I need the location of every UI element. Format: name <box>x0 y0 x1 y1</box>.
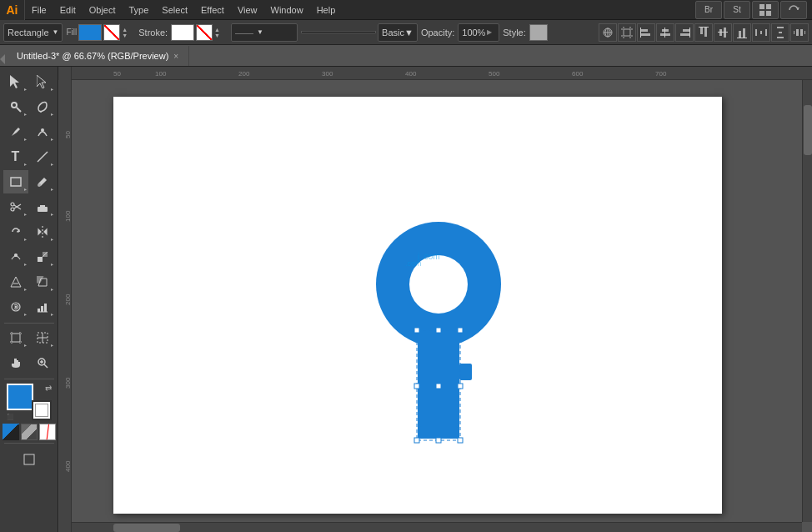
reflect-tool-button[interactable]: ▸ <box>30 220 55 243</box>
svg-marker-47 <box>37 75 46 88</box>
artboard-icon[interactable] <box>618 23 636 42</box>
stroke-line-preview <box>301 31 376 33</box>
scale-tool-button[interactable]: ▸ <box>30 245 55 269</box>
rectangle-tool-button[interactable]: ▸ <box>3 170 28 193</box>
menu-window[interactable]: Window <box>264 0 310 20</box>
distribute-spacing-icon[interactable] <box>790 23 809 42</box>
opacity-label: Opacity: <box>421 28 454 38</box>
pen-tool-button[interactable]: ▸ <box>3 120 28 143</box>
stock-button[interactable]: St <box>724 1 750 19</box>
scrollbar-thumb-v[interactable] <box>804 105 812 155</box>
svg-text:500: 500 <box>489 70 500 78</box>
sync-icon[interactable] <box>780 1 807 19</box>
fill-box[interactable] <box>7 384 33 410</box>
paintbrush-tool-button[interactable]: ▸ <box>30 170 55 193</box>
rotate-tool-button[interactable]: ▸ <box>3 220 28 243</box>
eraser-tool-button[interactable]: ▸ <box>30 195 55 218</box>
align-toolbar <box>599 23 809 42</box>
workspace-switcher-icon[interactable] <box>752 1 779 19</box>
type-tool-button[interactable]: T ▸ <box>3 145 28 168</box>
slice-tool-button[interactable]: ▸ <box>30 326 55 349</box>
menu-object[interactable]: Object <box>83 0 123 20</box>
column-graph-tool-button[interactable]: ▸ <box>30 295 55 319</box>
svg-rect-18 <box>641 33 650 36</box>
opacity-input[interactable]: 100% ▶ <box>458 23 499 42</box>
basic-style-dropdown[interactable]: Basic ▼ <box>378 23 418 42</box>
draw-normal-button[interactable] <box>17 448 42 471</box>
align-left-icon[interactable] <box>637 23 655 42</box>
svg-rect-2 <box>759 11 764 16</box>
svg-point-55 <box>38 183 41 187</box>
key-shape-container[interactable]: j .com .com <box>372 213 505 447</box>
svg-rect-1 <box>766 4 771 9</box>
fill-color-swatch[interactable] <box>78 24 102 41</box>
menu-view[interactable]: View <box>231 0 264 20</box>
svg-rect-75 <box>38 309 40 312</box>
zoom-tool-button[interactable] <box>30 351 55 374</box>
menu-type[interactable]: Type <box>123 0 156 20</box>
canvas-area[interactable]: 50 100 200 300 400 500 600 700 50 100 20… <box>58 67 812 532</box>
perspective-grid-button[interactable]: ▸ <box>3 270 28 294</box>
svg-rect-119 <box>458 328 463 333</box>
distribute-v-icon[interactable] <box>771 23 789 42</box>
svg-rect-122 <box>458 384 463 389</box>
align-right-icon[interactable] <box>675 23 694 42</box>
style-swatch[interactable] <box>529 24 548 41</box>
menu-edit[interactable]: Edit <box>53 0 83 20</box>
bridge-button[interactable]: Br <box>695 1 722 19</box>
horizontal-ruler: 50 100 200 300 400 500 600 700 <box>58 67 812 80</box>
color-mode-button[interactable] <box>3 424 19 440</box>
artboard-tool-button[interactable]: ▸ <box>3 326 28 349</box>
swap-colors-icon[interactable]: ⇄ <box>45 384 52 393</box>
scrollbar-horizontal[interactable] <box>72 522 802 532</box>
none-mode-button[interactable]: ╱ <box>39 424 56 440</box>
menu-file[interactable]: File <box>25 0 53 20</box>
scrollbar-vertical[interactable] <box>802 80 812 522</box>
shape-tool-dropdown[interactable]: Rectangle ▼ <box>3 23 63 42</box>
svg-rect-61 <box>40 205 45 208</box>
svg-point-56 <box>11 203 14 206</box>
svg-rect-24 <box>680 33 689 36</box>
fill-arrows[interactable]: ▲ ▼ <box>122 24 135 41</box>
svg-rect-3 <box>766 11 771 16</box>
hand-tool-button[interactable] <box>3 351 28 374</box>
gradient-mode-button[interactable] <box>21 424 38 440</box>
fill-none-swatch[interactable] <box>103 24 120 41</box>
align-center-h-icon[interactable] <box>656 23 674 42</box>
svg-line-58 <box>14 205 21 209</box>
lasso-tool-button[interactable]: ▸ <box>30 95 55 118</box>
align-center-v-icon[interactable] <box>714 23 732 42</box>
align-top-icon[interactable] <box>694 23 713 42</box>
svg-rect-95 <box>24 454 34 464</box>
menu-effect[interactable]: Effect <box>194 0 231 20</box>
direct-selection-tool-button[interactable]: ▸ <box>30 70 55 93</box>
tab-close-button[interactable]: × <box>173 52 178 61</box>
stroke-none-swatch[interactable] <box>196 24 213 41</box>
align-bottom-icon[interactable] <box>733 23 751 42</box>
canvas-viewport[interactable]: j .com .com <box>72 80 812 532</box>
default-colors-icon[interactable]: ⬛ <box>7 414 14 420</box>
vertical-ruler: 50 100 200 300 400 <box>58 67 72 532</box>
svg-rect-40 <box>777 37 784 38</box>
curvature-tool-button[interactable]: ▸ <box>30 120 55 143</box>
svg-rect-124 <box>436 438 441 443</box>
scissors-tool-button[interactable]: ▸ <box>3 195 28 218</box>
stroke-width-dropdown[interactable]: —— ▼ <box>231 23 298 42</box>
magic-wand-tool-button[interactable]: ▸ <box>3 95 28 118</box>
stroke-color-swatch[interactable] <box>171 24 194 41</box>
stroke-box[interactable] <box>32 400 52 420</box>
symbol-tool-button[interactable]: ▸ <box>3 295 28 319</box>
document-tab[interactable]: Untitled-3* @ 66.67% (RGB/Preview) × <box>7 46 189 66</box>
line-tool-button[interactable]: ▸ <box>30 145 55 168</box>
distribute-h-icon[interactable] <box>752 23 770 42</box>
perspective-selection-button[interactable]: ▸ <box>30 270 55 294</box>
global-icon[interactable] <box>599 23 617 42</box>
menu-select[interactable]: Select <box>155 0 194 20</box>
menu-help[interactable]: Help <box>310 0 343 20</box>
selection-tool-button[interactable]: ▸ <box>3 70 28 93</box>
svg-text:700: 700 <box>655 70 667 78</box>
stroke-arrows[interactable]: ▲ ▼ <box>214 24 228 41</box>
scrollbar-thumb-h[interactable] <box>113 524 180 532</box>
svg-rect-22 <box>664 28 665 38</box>
warp-tool-button[interactable]: ▸ <box>3 245 28 269</box>
